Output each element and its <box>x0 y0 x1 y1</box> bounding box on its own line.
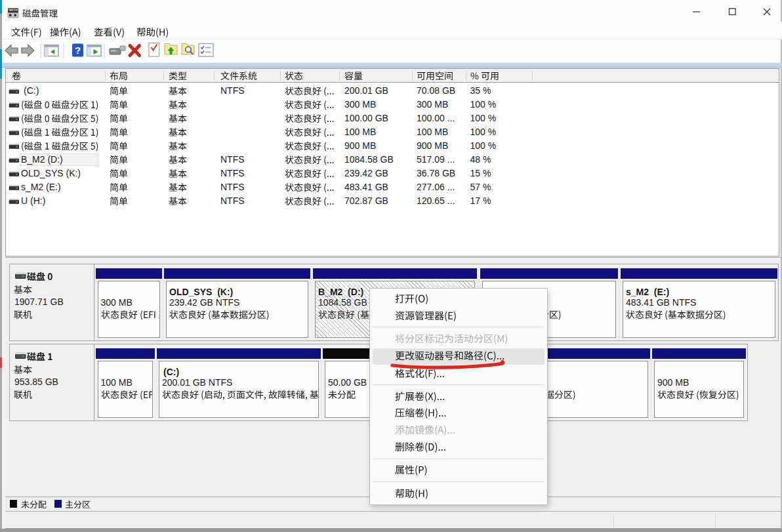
svg-text:?: ? <box>75 45 81 56</box>
